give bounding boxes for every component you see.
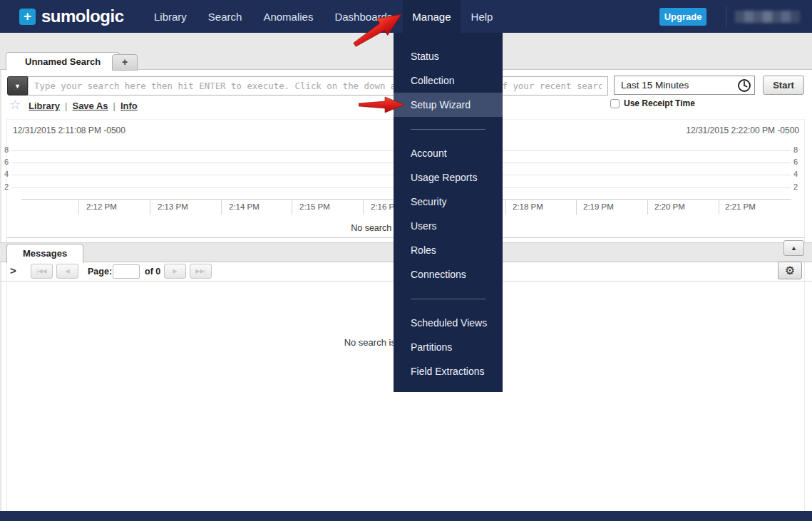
x-axis-tick bbox=[576, 199, 577, 215]
sumologic-logo-text: sumologic bbox=[41, 6, 124, 26]
x-axis-tick bbox=[719, 199, 719, 215]
menu-item-collection[interactable]: Collection bbox=[394, 68, 503, 93]
new-tab-button[interactable]: + bbox=[112, 54, 138, 71]
x-axis-tick bbox=[647, 199, 648, 215]
upgrade-button[interactable]: Upgrade bbox=[659, 8, 706, 26]
panel-border bbox=[0, 70, 1, 511]
menu-item-roles[interactable]: Roles bbox=[394, 238, 503, 262]
page-label: Page: bbox=[88, 267, 112, 277]
collapse-button[interactable]: ▲ bbox=[783, 240, 804, 256]
y-axis-label: 4 bbox=[793, 170, 798, 178]
x-axis-label: 2:20 PM bbox=[654, 202, 685, 211]
redaction-block bbox=[772, 11, 781, 23]
menu-item-account[interactable]: Account bbox=[394, 141, 503, 165]
settings-gear-button[interactable]: ⚙ bbox=[778, 262, 802, 279]
histogram-end-time: 12/31/2015 2:22:00 PM -0500 bbox=[686, 125, 799, 135]
search-history-dropdown-button[interactable]: ▼ bbox=[7, 76, 28, 96]
x-axis-tick bbox=[292, 199, 292, 215]
x-axis-label: 2:14 PM bbox=[229, 202, 259, 211]
favorite-star-icon[interactable]: ☆ bbox=[9, 97, 21, 113]
use-receipt-time-checkbox[interactable] bbox=[610, 99, 620, 108]
x-axis-tick bbox=[150, 199, 150, 215]
info-link[interactable]: Info bbox=[120, 100, 138, 111]
link-separator: | bbox=[113, 100, 115, 111]
nav-items: Library Search Anomalies Dashboards Mana… bbox=[143, 0, 503, 33]
menu-divider bbox=[411, 129, 485, 130]
menu-item-setup-wizard[interactable]: Setup Wizard bbox=[394, 93, 503, 117]
menu-item-field-extractions[interactable]: Field Extractions bbox=[394, 359, 503, 383]
x-axis-label: 2:12 PM bbox=[86, 202, 117, 211]
time-range-selector[interactable]: Last 15 Minutes bbox=[614, 76, 755, 95]
panel-border bbox=[804, 119, 805, 511]
redaction-block bbox=[781, 11, 791, 23]
menu-item-scheduled-views[interactable]: Scheduled Views bbox=[394, 311, 503, 335]
sumologic-plus-icon: + bbox=[19, 9, 36, 25]
y-axis-label: 8 bbox=[4, 145, 9, 154]
bottom-bar bbox=[0, 511, 812, 521]
menu-item-users[interactable]: Users bbox=[394, 214, 503, 238]
start-button[interactable]: Start bbox=[763, 76, 804, 95]
expand-messages-button[interactable]: > bbox=[10, 264, 16, 277]
triangle-up-icon: ▲ bbox=[791, 244, 797, 252]
nav-divider bbox=[726, 6, 726, 27]
redaction-block bbox=[754, 11, 763, 23]
y-axis-label: 2 bbox=[793, 182, 798, 191]
clock-icon bbox=[737, 78, 751, 93]
search-links: Library|Save As|Info bbox=[29, 100, 138, 111]
x-axis-label: 2:18 PM bbox=[513, 202, 543, 211]
x-axis-tick bbox=[363, 199, 364, 215]
sumologic-logo[interactable]: + sumologic bbox=[19, 0, 124, 33]
sumologic-app: Unnamed Search + ▼ Last 15 Minutes Start… bbox=[0, 0, 812, 521]
tab-unnamed-search[interactable]: Unnamed Search bbox=[6, 52, 120, 71]
x-axis-label: 2:15 PM bbox=[299, 202, 330, 211]
user-menu-redacted[interactable] bbox=[735, 11, 800, 23]
nav-item-help[interactable]: Help bbox=[461, 0, 504, 33]
histogram-start-time: 12/31/2015 2:11:08 PM -0500 bbox=[13, 125, 125, 135]
last-page-button[interactable]: ▶▶| bbox=[190, 264, 212, 279]
x-axis-tick bbox=[505, 199, 506, 215]
page-number-input[interactable] bbox=[113, 264, 140, 279]
x-axis-tick bbox=[221, 199, 222, 215]
menu-divider bbox=[411, 299, 485, 299]
x-axis-tick bbox=[78, 199, 79, 215]
nav-item-manage[interactable]: Manage bbox=[403, 0, 460, 33]
y-axis-label: 6 bbox=[4, 158, 9, 166]
top-nav-bar: + sumologic Library Search Anomalies Das… bbox=[0, 0, 812, 33]
chevron-down-icon: ▼ bbox=[14, 83, 21, 90]
next-page-button[interactable]: ▶ bbox=[164, 264, 186, 279]
y-axis-label: 2 bbox=[4, 182, 9, 191]
x-axis-label: 2:19 PM bbox=[583, 202, 614, 211]
search-input[interactable] bbox=[28, 76, 608, 96]
menu-item-connections[interactable]: Connections bbox=[394, 262, 503, 287]
time-range-value: Last 15 Minutes bbox=[621, 80, 689, 91]
nav-item-search[interactable]: Search bbox=[197, 0, 253, 33]
link-separator: | bbox=[65, 100, 67, 111]
menu-item-security[interactable]: Security bbox=[394, 190, 503, 214]
redaction-block bbox=[744, 11, 754, 23]
redaction-block bbox=[791, 11, 800, 23]
redaction-block bbox=[735, 11, 744, 23]
manage-dropdown-menu: Status Collection Setup Wizard Account U… bbox=[394, 33, 503, 392]
x-axis-label: 2:13 PM bbox=[158, 202, 188, 211]
tab-messages[interactable]: Messages bbox=[6, 244, 83, 263]
menu-item-partitions[interactable]: Partitions bbox=[394, 335, 503, 359]
save-as-link[interactable]: Save As bbox=[72, 100, 108, 111]
first-page-button[interactable]: |◀◀ bbox=[31, 264, 53, 279]
nav-item-library[interactable]: Library bbox=[143, 0, 197, 33]
y-axis-label: 8 bbox=[793, 145, 798, 154]
y-axis-label: 4 bbox=[4, 170, 9, 178]
nav-item-anomalies[interactable]: Anomalies bbox=[252, 0, 324, 33]
use-receipt-time-label: Use Receipt Time bbox=[624, 98, 695, 108]
nav-item-dashboards[interactable]: Dashboards bbox=[324, 0, 403, 33]
library-link[interactable]: Library bbox=[29, 100, 60, 111]
redaction-block bbox=[763, 11, 772, 23]
menu-item-usage-reports[interactable]: Usage Reports bbox=[394, 165, 503, 190]
prev-page-button[interactable]: ◀ bbox=[56, 264, 78, 279]
gear-icon: ⚙ bbox=[785, 264, 795, 277]
page-count-label: of 0 bbox=[145, 267, 160, 277]
y-axis-label: 6 bbox=[793, 158, 798, 166]
menu-item-status[interactable]: Status bbox=[394, 44, 503, 68]
x-axis-label: 2:21 PM bbox=[725, 202, 756, 211]
